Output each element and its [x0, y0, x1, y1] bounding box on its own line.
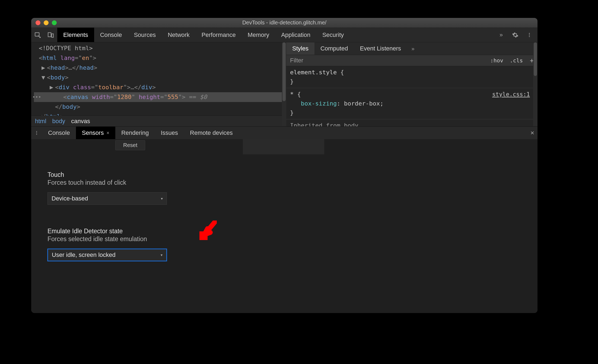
dom-breadcrumb: html body canvas [31, 116, 286, 126]
drawer-tab-sensors-label: Sensors [82, 129, 104, 136]
rule-star-selector: * [290, 91, 294, 98]
breadcrumb-html[interactable]: html [35, 118, 46, 125]
devtools-window: DevTools - idle-detection.glitch.me/ Ele… [31, 18, 537, 313]
drawer-tab-issues[interactable]: Issues [155, 127, 184, 139]
styles-panel: Styles Computed Event Listeners » :hov .… [286, 42, 537, 126]
elements-styles-split: <!DOCTYPE html><html lang="en">▶<head>…<… [31, 42, 537, 126]
svg-marker-9 [201, 231, 209, 240]
dom-line[interactable]: <!DOCTYPE html> [34, 43, 286, 53]
hov-toggle[interactable]: :hov [487, 55, 507, 66]
tab-application[interactable]: Application [275, 28, 316, 42]
brace-close: } [290, 78, 294, 85]
tabs-overflow-icon[interactable]: » [495, 29, 507, 41]
expand-caret-icon[interactable]: ▶ [50, 82, 53, 92]
touch-select-value: Device-based [52, 195, 88, 202]
idle-desc: Forces selected idle state emulation [47, 235, 167, 243]
settings-gear-icon[interactable] [509, 29, 521, 41]
tab-network[interactable]: Network [162, 28, 196, 42]
styles-scrollbar[interactable] [533, 42, 537, 126]
svg-rect-2 [52, 34, 53, 37]
dom-line[interactable]: </html> [34, 112, 286, 116]
dom-line[interactable]: ▶<head>…</head> [34, 63, 286, 73]
line-actions-icon[interactable]: ••• [32, 92, 41, 102]
touch-desc: Forces touch instead of click [47, 179, 167, 186]
drawer-tab-remote[interactable]: Remote devices [184, 127, 239, 139]
dom-scrollbar[interactable] [282, 42, 286, 126]
rule-prop-box-sizing[interactable]: box-sizing [301, 100, 337, 107]
main-tabs: Elements Console Sources Network Perform… [57, 28, 350, 42]
breadcrumb-body[interactable]: body [52, 118, 65, 125]
expand-caret-icon[interactable]: ▼ [42, 73, 45, 82]
window-titlebar: DevTools - idle-detection.glitch.me/ [31, 18, 537, 28]
svg-point-7 [36, 133, 37, 133]
styles-tab-computed[interactable]: Computed [314, 42, 354, 55]
tab-performance[interactable]: Performance [196, 28, 242, 42]
svg-point-8 [36, 134, 37, 135]
main-toolbar: Elements Console Sources Network Perform… [31, 28, 537, 42]
zoom-window-button[interactable] [52, 20, 57, 25]
minimize-window-button[interactable] [44, 20, 49, 25]
partial-control [243, 139, 324, 154]
drawer-more-icon[interactable] [31, 130, 42, 135]
idle-section: Emulate Idle Detector state Forces selec… [47, 228, 167, 261]
dom-tree[interactable]: <!DOCTYPE html><html lang="en">▶<head>…<… [31, 42, 286, 116]
styles-filter-input[interactable] [286, 57, 487, 64]
styles-tab-listeners[interactable]: Event Listeners [354, 42, 407, 55]
drawer-tab-console[interactable]: Console [42, 127, 76, 139]
annotation-arrow-icon [199, 221, 217, 243]
dom-tree-panel: <!DOCTYPE html><html lang="en">▶<head>…<… [31, 42, 286, 126]
idle-select-value: User idle, screen locked [52, 251, 116, 258]
dom-line[interactable]: <html lang="en"> [34, 53, 286, 63]
cls-toggle[interactable]: .cls [507, 55, 526, 66]
styles-tab-styles[interactable]: Styles [286, 42, 314, 55]
svg-point-6 [36, 131, 37, 132]
tab-console[interactable]: Console [94, 28, 128, 42]
idle-select[interactable]: User idle, screen locked ▾ [47, 249, 167, 261]
touch-select[interactable]: Device-based ▾ [47, 192, 167, 205]
svg-point-5 [529, 36, 530, 37]
inherited-from-tag[interactable]: body [344, 122, 358, 126]
chevron-down-icon: ▾ [161, 196, 163, 201]
drawer-tabs: Console Sensors × Rendering Issues Remot… [31, 127, 537, 139]
tab-security[interactable]: Security [316, 28, 350, 42]
tab-memory[interactable]: Memory [242, 28, 275, 42]
drawer-close-icon[interactable]: × [530, 129, 534, 137]
svg-rect-1 [48, 33, 51, 37]
drawer-tab-rendering[interactable]: Rendering [115, 127, 155, 139]
close-window-button[interactable] [36, 20, 40, 25]
drawer-panel: Console Sensors × Rendering Issues Remot… [31, 126, 537, 313]
breadcrumb-canvas[interactable]: canvas [71, 118, 90, 125]
styles-rules[interactable]: element.style { } style.css:1 * { xx box… [286, 66, 537, 126]
touch-section: Touch Forces touch instead of click Devi… [47, 171, 167, 205]
touch-title: Touch [47, 171, 167, 178]
dom-line[interactable]: ▶<div class="toolbar">…</div> [34, 82, 286, 92]
inherited-from-label: Inherited from [290, 122, 340, 126]
svg-rect-0 [35, 33, 39, 36]
rule-val-border-box[interactable]: border-box [344, 100, 380, 107]
svg-point-3 [529, 33, 530, 34]
rule-element-style: element.style [290, 69, 337, 76]
tab-elements[interactable]: Elements [57, 28, 94, 42]
dom-line[interactable]: •••<canvas width="1280" height="555"> ==… [34, 92, 286, 102]
drawer-body: Reset Touch Forces touch instead of clic… [31, 139, 537, 313]
drawer-tab-sensors[interactable]: Sensors × [76, 127, 115, 139]
tab-sources[interactable]: Sources [128, 28, 162, 42]
styles-tabs-overflow-icon[interactable]: » [407, 46, 419, 52]
idle-title: Emulate Idle Detector state [47, 228, 167, 235]
window-title: DevTools - idle-detection.glitch.me/ [31, 20, 537, 26]
reset-button[interactable]: Reset [115, 140, 145, 150]
expand-caret-icon[interactable]: ▶ [42, 63, 45, 73]
styles-tabs: Styles Computed Event Listeners » [286, 42, 537, 55]
inspect-element-icon[interactable] [31, 28, 44, 42]
dom-line[interactable]: </body> [34, 102, 286, 112]
chevron-down-icon: ▾ [161, 253, 163, 257]
dom-line[interactable]: ▼<body> [34, 73, 286, 82]
device-toolbar-icon[interactable] [44, 28, 57, 42]
rule-source-link[interactable]: style.css:1 [492, 90, 530, 99]
styles-filter-row: :hov .cls + [286, 55, 537, 66]
svg-point-4 [529, 34, 530, 35]
more-menu-icon[interactable] [523, 29, 535, 41]
drawer-tab-close-icon[interactable]: × [106, 130, 109, 136]
brace-open: { [340, 69, 344, 76]
traffic-lights [36, 20, 57, 25]
